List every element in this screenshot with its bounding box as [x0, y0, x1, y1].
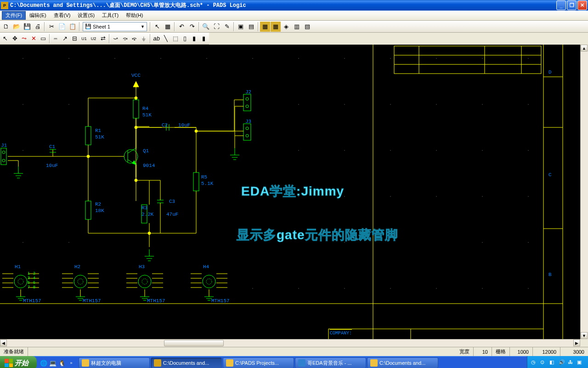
- scroll-thumb[interactable]: [164, 340, 224, 346]
- qq-icon[interactable]: 🐧: [58, 359, 66, 367]
- redo-icon[interactable]: ↷: [187, 22, 197, 32]
- svg-text:R1: R1: [95, 128, 102, 133]
- props-icon[interactable]: ▭: [39, 34, 48, 44]
- svg-text:5.1K: 5.1K: [201, 181, 214, 186]
- part-icon[interactable]: ⎓: [51, 34, 61, 44]
- scroll-down-icon[interactable]: ▼: [581, 332, 588, 339]
- refresh-icon[interactable]: ✎: [222, 22, 232, 32]
- save-icon[interactable]: 💾: [22, 22, 32, 32]
- tray-network-icon[interactable]: 🖧: [568, 359, 575, 367]
- task-pads-logic[interactable]: C:\Documents and...: [151, 357, 222, 368]
- wire-icon[interactable]: ↗: [61, 34, 70, 44]
- bus-icon[interactable]: ⊟: [70, 34, 79, 44]
- conn-c-icon[interactable]: ⤽: [130, 34, 139, 44]
- ie-icon[interactable]: 🌐: [40, 359, 48, 367]
- watermark-1: EDA学堂:Jimmy: [241, 183, 344, 200]
- route-icon[interactable]: ⤳: [20, 34, 29, 44]
- svg-text:H3: H3: [139, 264, 145, 270]
- svg-point-116: [246, 98, 249, 100]
- sheet-selector[interactable]: 💾 Sheet 1 ▼: [83, 22, 147, 31]
- tray-volume-icon[interactable]: 🔊: [559, 359, 566, 367]
- tool-a-icon[interactable]: ▣: [236, 22, 246, 32]
- svg-point-43: [482, 288, 483, 289]
- zoom-sheet-icon[interactable]: ⛶: [211, 22, 221, 32]
- conn-a-icon[interactable]: ⤻: [111, 34, 120, 44]
- tray-icon-3[interactable]: ◧: [549, 359, 557, 367]
- menu-file[interactable]: 文件(F): [2, 11, 26, 20]
- task-music[interactable]: 哥EDA背景音乐 - ...: [295, 357, 366, 368]
- ref-a-icon[interactable]: U1: [79, 34, 89, 44]
- ql-more-icon[interactable]: »: [67, 359, 75, 367]
- app-icon: P: [1, 2, 8, 9]
- menu-tools[interactable]: 工具(T): [98, 11, 122, 20]
- task-pads-projects[interactable]: C:\PADS Projects...: [223, 357, 294, 368]
- svg-point-23: [390, 150, 391, 151]
- close-button[interactable]: ✕: [577, 0, 587, 10]
- vertical-scrollbar[interactable]: ▲ ▼: [580, 45, 588, 339]
- menu-bar: 文件(F) 编辑(E) 查看(V) 设置(S) 工具(T) 帮助(H): [0, 11, 588, 21]
- menu-setup[interactable]: 设置(S): [74, 11, 98, 20]
- svg-text:R3: R3: [141, 205, 147, 211]
- ground-icon[interactable]: ⏚: [139, 34, 148, 44]
- pads-b-icon[interactable]: ▦: [271, 22, 281, 32]
- pointer-icon[interactable]: ↖: [1, 34, 10, 44]
- start-button[interactable]: 开始: [0, 356, 37, 368]
- ole-icon[interactable]: ◈: [281, 22, 291, 32]
- paste-icon[interactable]: 📋: [68, 22, 78, 32]
- cut-icon[interactable]: ✂: [46, 22, 57, 32]
- horizontal-scrollbar[interactable]: ◀ ▶: [0, 339, 580, 347]
- tool-d-icon[interactable]: ▧: [302, 22, 312, 32]
- move-icon[interactable]: ✥: [11, 34, 20, 44]
- menu-help[interactable]: 帮助(H): [122, 11, 147, 20]
- tray-icon-4[interactable]: ▣: [577, 359, 584, 367]
- field-icon[interactable]: ▯: [181, 34, 190, 44]
- line-icon[interactable]: ╲: [162, 34, 171, 44]
- hier-icon[interactable]: ⬚: [171, 34, 180, 44]
- print-icon[interactable]: 🖨: [33, 22, 43, 32]
- scroll-left-icon[interactable]: ◀: [0, 339, 7, 346]
- tray-icon-2[interactable]: ⊙: [540, 359, 548, 367]
- maximize-button[interactable]: ❐: [567, 0, 577, 10]
- new-icon[interactable]: 🗋: [1, 22, 11, 32]
- tool-b-icon[interactable]: ▤: [246, 22, 256, 32]
- svg-point-36: [482, 242, 483, 243]
- pads-a-icon[interactable]: ▦: [260, 22, 270, 32]
- tool-c-icon[interactable]: ▥: [292, 22, 302, 32]
- task-folder[interactable]: C:\Documents and...: [367, 357, 438, 368]
- schematic-canvas[interactable]: 1357 2468 VCC J1 J2 J3 R1 51K R2 18K R3 …: [0, 45, 580, 339]
- area-icon[interactable]: ▦: [163, 22, 173, 32]
- svg-point-20: [23, 150, 23, 151]
- svg-text:2: 2: [33, 271, 35, 276]
- swap-icon[interactable]: ⇄: [98, 34, 107, 44]
- text-icon[interactable]: ab: [152, 34, 161, 44]
- delete-icon[interactable]: ✕: [29, 34, 39, 44]
- tray-icon-1[interactable]: ◷: [531, 359, 538, 367]
- conn-b-icon[interactable]: ⤼: [120, 34, 130, 44]
- copy-icon[interactable]: 📄: [57, 22, 67, 32]
- svg-point-180: [138, 275, 151, 288]
- scroll-up-icon[interactable]: ▲: [581, 45, 588, 52]
- lib-a-icon[interactable]: ▮: [190, 34, 199, 44]
- status-width-label: 宽度: [456, 347, 474, 356]
- svg-text:J3: J3: [245, 119, 251, 124]
- svg-point-31: [482, 196, 483, 197]
- svg-point-10: [482, 58, 483, 59]
- minimize-button[interactable]: _: [556, 0, 566, 10]
- lib-b-icon[interactable]: ▮: [199, 34, 209, 44]
- scroll-right-icon[interactable]: ▶: [573, 339, 580, 346]
- svg-point-4: [206, 58, 207, 59]
- svg-point-38: [252, 288, 253, 289]
- menu-view[interactable]: 查看(V): [50, 11, 74, 20]
- zoom-icon[interactable]: 🔍: [201, 22, 211, 32]
- svg-point-24: [436, 150, 437, 151]
- select-icon[interactable]: ↖: [152, 22, 162, 32]
- svg-text:MTH157: MTH157: [147, 298, 165, 304]
- svg-point-11: [528, 58, 529, 59]
- ref-b-icon[interactable]: U2: [89, 34, 98, 44]
- desktop-icon[interactable]: 💻: [49, 359, 57, 367]
- task-explorer[interactable]: 林超文的电脑: [79, 357, 150, 368]
- undo-icon[interactable]: ↶: [176, 22, 187, 32]
- menu-edit[interactable]: 编辑(E): [26, 11, 50, 20]
- svg-text:C1: C1: [49, 144, 56, 150]
- open-icon[interactable]: 📂: [11, 22, 22, 32]
